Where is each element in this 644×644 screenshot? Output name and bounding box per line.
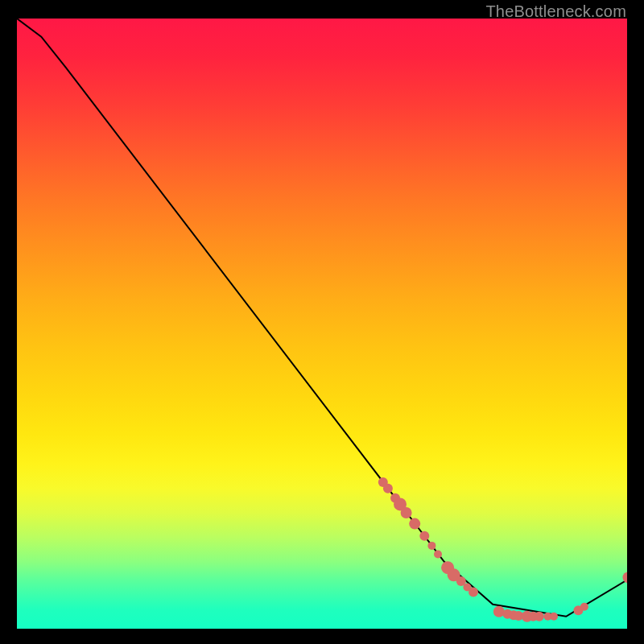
chart-container: TheBottleneck.com [0, 0, 644, 644]
data-point [427, 542, 436, 550]
data-point [383, 484, 393, 493]
data-point [493, 606, 505, 617]
data-point [580, 603, 588, 611]
data-points [378, 477, 627, 622]
data-point [469, 588, 478, 597]
data-point [550, 613, 558, 621]
data-point [409, 518, 420, 530]
data-point [419, 531, 429, 541]
data-point [401, 507, 412, 518]
data-point [434, 551, 442, 559]
chart-overlay [17, 19, 627, 629]
curve-path [17, 19, 627, 617]
curve-line [17, 19, 627, 617]
data-point [535, 612, 544, 621]
